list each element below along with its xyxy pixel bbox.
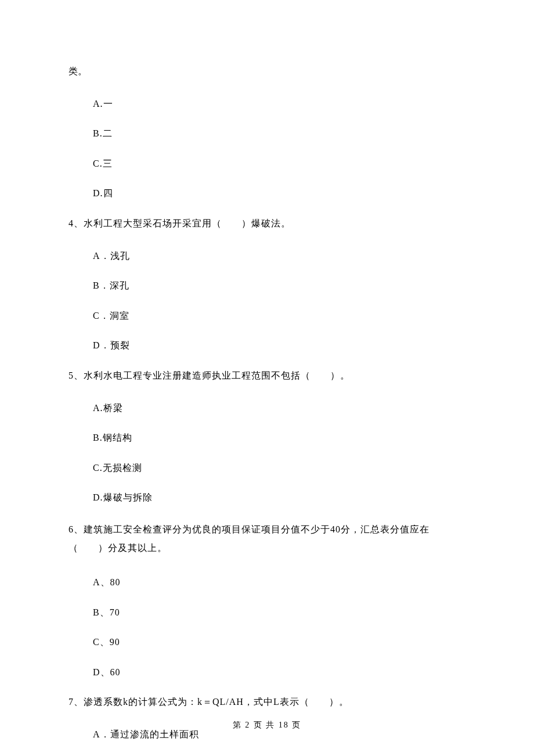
q6-option-d: D、60: [68, 665, 466, 680]
q6-options: A、80 B、70 C、90 D、60: [68, 575, 466, 679]
q4-option-d: D．预裂: [68, 338, 466, 353]
q5-options: A.桥梁 B.钢结构 C.无损检测 D.爆破与拆除: [68, 401, 466, 505]
q3-option-b: B.二: [68, 126, 466, 141]
q4-options: A．浅孔 B．深孔 C．洞室 D．预裂: [68, 249, 466, 353]
q5-option-c: C.无损检测: [68, 460, 466, 476]
q3-option-d: D.四: [68, 186, 466, 201]
q4-option-a: A．浅孔: [68, 249, 466, 264]
q3-options: A.一 B.二 C.三 D.四: [68, 96, 466, 201]
q3-option-c: C.三: [68, 156, 466, 171]
q5-option-b: B.钢结构: [68, 430, 466, 445]
question-continuation: 类。: [68, 64, 466, 79]
q4-text: 4、水利工程大型采石场开采宜用（ ）爆破法。: [68, 216, 466, 231]
q6-option-a: A、80: [68, 575, 466, 590]
q6-text: 6、建筑施工安全检查评分为优良的项目保证项目分值不少于40分，汇总表分值应在（ …: [68, 520, 466, 557]
q5-option-a: A.桥梁: [68, 401, 466, 416]
q5-text: 5、水利水电工程专业注册建造师执业工程范围不包括（ ）。: [68, 368, 466, 383]
page-footer: 第 2 页 共 18 页: [0, 719, 534, 732]
q3-option-a: A.一: [68, 96, 466, 111]
q6-option-c: C、90: [68, 635, 466, 650]
q7-text: 7、渗透系数k的计算公式为：k＝QL/AH，式中L表示（ ）。: [68, 694, 466, 710]
q4-option-c: C．洞室: [68, 308, 466, 323]
q5-option-d: D.爆破与拆除: [68, 490, 466, 505]
q4-option-b: B．深孔: [68, 278, 466, 293]
q6-option-b: B、70: [68, 605, 466, 620]
